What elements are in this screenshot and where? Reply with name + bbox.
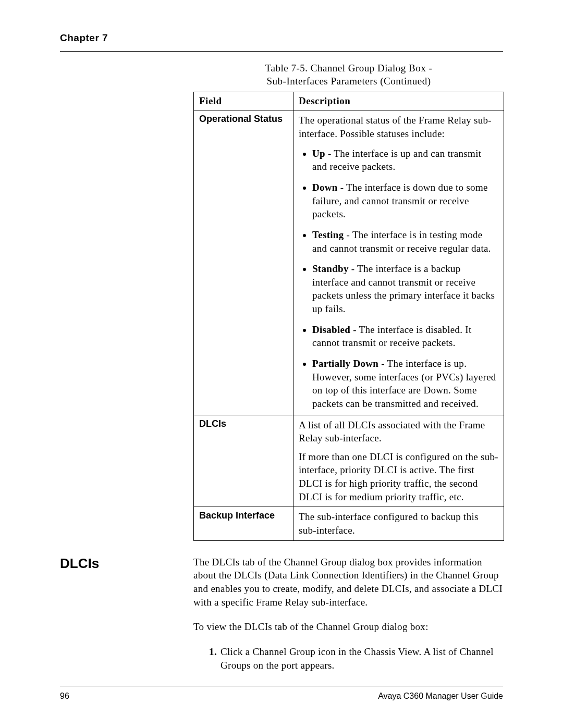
field-cell: Backup Interface	[194, 507, 293, 540]
table-header-row: Field Description	[194, 92, 504, 110]
table-block: Table 7-5. Channel Group Dialog Box - Su…	[193, 62, 504, 541]
desc-para: The sub-interface configured to backup t…	[299, 510, 498, 537]
footer-rule	[60, 686, 503, 686]
table-caption: Table 7-5. Channel Group Dialog Box - Su…	[193, 62, 504, 88]
page: Chapter 7 Table 7-5. Channel Group Dialo…	[0, 0, 563, 728]
list-item: Disabled - The interface is disabled. It…	[312, 323, 498, 350]
status-list: Up - The interface is up and can transmi…	[299, 147, 498, 411]
desc-cell: A list of all DLCIs associated with the …	[293, 415, 504, 507]
caption-line-2: Sub-Interfaces Parameters (Continued)	[266, 76, 431, 87]
desc-cell: The sub-interface configured to backup t…	[293, 507, 504, 540]
list-item: Testing - The interface is in testing mo…	[312, 228, 498, 255]
col-field: Field	[194, 92, 293, 110]
list-item: Partially Down - The interface is up. Ho…	[312, 357, 498, 411]
field-cell: DLCIs	[194, 415, 293, 507]
desc-intro: The operational status of the Frame Rela…	[299, 115, 492, 139]
section-heading: DLCIs	[60, 556, 193, 672]
caption-line-1: Table 7-5. Channel Group Dialog Box -	[265, 63, 433, 73]
body-para: To view the DLCIs tab of the Channel Gro…	[193, 620, 503, 634]
section-body: The DLCIs tab of the Channel Group dialo…	[193, 556, 503, 672]
list-item: Down - The interface is down due to some…	[312, 181, 498, 221]
desc-para: A list of all DLCIs associated with the …	[299, 418, 498, 445]
dlcis-section: DLCIs The DLCIs tab of the Channel Group…	[60, 556, 503, 672]
field-cell: Operational Status	[194, 110, 293, 415]
desc-cell: The operational status of the Frame Rela…	[293, 110, 504, 415]
table-row: Operational Status The operational statu…	[194, 110, 504, 415]
body-para: The DLCIs tab of the Channel Group dialo…	[193, 556, 503, 609]
page-number: 96	[60, 692, 69, 701]
parameters-table: Field Description Operational Status The…	[193, 92, 504, 540]
guide-title: Avaya C360 Manager User Guide	[378, 692, 503, 701]
list-item: Up - The interface is up and can transmi…	[312, 147, 498, 174]
desc-para: If more than one DLCI is configured on t…	[299, 450, 498, 504]
footer-line: 96 Avaya C360 Manager User Guide	[60, 692, 503, 701]
header-rule	[60, 51, 503, 52]
col-description: Description	[293, 92, 504, 110]
page-footer: 96 Avaya C360 Manager User Guide	[60, 686, 503, 701]
list-item: Click a Channel Group icon in the Chassi…	[219, 645, 503, 672]
table-row: Backup Interface The sub-interface confi…	[194, 507, 504, 540]
chapter-header: Chapter 7	[60, 32, 503, 44]
steps-list: Click a Channel Group icon in the Chassi…	[193, 645, 503, 672]
table-row: DLCIs A list of all DLCIs associated wit…	[194, 415, 504, 507]
list-item: Standby - The interface is a backup inte…	[312, 262, 498, 316]
